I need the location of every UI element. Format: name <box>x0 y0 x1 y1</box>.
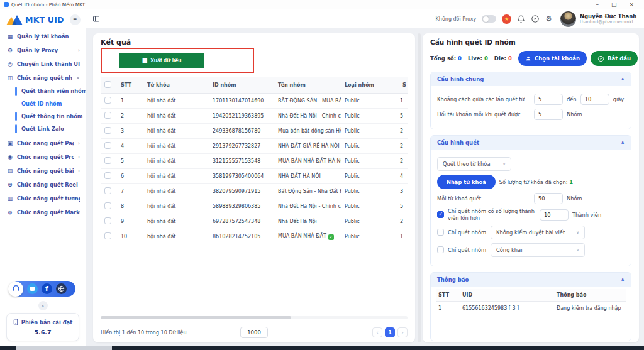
sidebar-item-chuc-nang-quet-profile[interactable]: ◉Chức năng quét Profile› <box>0 150 86 164</box>
cell-keyword: hội nhà đất <box>143 199 209 214</box>
vertical-scrollbar[interactable] <box>418 33 421 342</box>
cell-group-id: 1942052119363895 <box>209 109 274 124</box>
minimize-button[interactable]: – <box>596 2 599 8</box>
panel-collapse-chip[interactable]: ∧ <box>38 301 48 310</box>
select-all-checkbox[interactable] <box>104 81 111 88</box>
sidebar-item-label: Quản lý Proxy <box>17 47 74 53</box>
close-button[interactable]: × <box>629 2 634 8</box>
section-scan-config: Cấu hình quét ∧ Quét theo từ khóa∨ Nhập … <box>430 135 631 266</box>
page-1-button[interactable]: 1 <box>385 327 395 337</box>
sidebar-item-chuc-nang-quet-reel[interactable]: ⊛Chức năng quét Reel <box>0 178 86 192</box>
pagination: ‹ 1 › <box>372 327 408 337</box>
cell-group-type: Public <box>341 124 399 139</box>
row-checkbox[interactable] <box>104 157 111 164</box>
cell-keyword: hội nhà đất <box>143 229 209 244</box>
start-button[interactable]: Bắt đầu <box>591 51 638 66</box>
cell-group-type: Public <box>341 214 399 229</box>
row-checkbox[interactable] <box>104 202 111 209</box>
cell-group-name: Bất Động Sản - Nhà Đất H... <box>274 184 341 199</box>
sidebar-subitem-quet-id-nhom[interactable]: Quét ID nhóm <box>0 97 86 110</box>
col-members-clipped: S <box>399 77 408 94</box>
col-group-name: Tên nhóm <box>274 77 341 94</box>
member-filter-checkbox[interactable] <box>437 211 444 218</box>
sidebar-item-chuyen-link-thanh-uid[interactable]: ◎Chuyển Link thành UID <box>0 57 86 71</box>
sidebar-item-quan-ly-proxy[interactable]: ⚙Quản lý Proxy› <box>0 43 86 57</box>
row-checkbox[interactable] <box>104 142 111 149</box>
chevron-down-icon: ∨ <box>502 161 506 167</box>
row-checkbox[interactable] <box>104 172 111 179</box>
col-group-type: Loại nhóm <box>341 77 399 94</box>
topbar: Không đổi Proxy ★ ⚙ <box>86 9 644 28</box>
sidebar-subitem-quet-thanh-vien-nhom[interactable]: Quét thành viên nhóm <box>0 85 86 97</box>
interval-to-input[interactable] <box>580 94 609 105</box>
tutorial-play-icon[interactable] <box>531 14 540 23</box>
vietnam-flag-badge[interactable]: ★ <box>502 14 511 24</box>
stats-row: Tổng số: 0 Live: 0 Die: 0 Chọn tài khoản <box>430 51 631 66</box>
sidebar-subitem-quet-link-zalo[interactable]: Quét Link Zalo <box>0 123 86 135</box>
scan-mode-select[interactable]: Quét theo từ khóa∨ <box>437 157 511 171</box>
maximize-button[interactable]: □ <box>611 2 617 8</box>
member-filter-input[interactable] <box>540 209 569 221</box>
choose-account-button[interactable]: Chọn tài khoản <box>518 51 587 66</box>
website-globe-icon[interactable] <box>56 283 67 294</box>
cell-members-clipped: 1 <box>399 94 408 109</box>
table-row: 3hội nhà đất249336878156780Mua bán bất đ… <box>101 124 408 139</box>
facebook-icon[interactable]: f <box>42 283 52 294</box>
switch-account-unit: Nhóm <box>567 111 582 118</box>
proxy-toggle-label: Không đổi Proxy <box>436 16 477 22</box>
support-headset-icon[interactable] <box>8 282 23 297</box>
page-size-input[interactable] <box>240 327 268 338</box>
topbar-right: Không đổi Proxy ★ ⚙ <box>436 11 638 27</box>
menu-collapse-button[interactable]: ≡ <box>70 14 80 25</box>
content: Kết quả ▦ Xuất dữ liệu <box>86 28 644 346</box>
privacy-filter-checkbox[interactable] <box>437 246 444 253</box>
interval-from-input[interactable] <box>534 94 563 105</box>
moderation-filter-checkbox[interactable] <box>437 229 444 236</box>
row-checkbox[interactable] <box>104 112 111 119</box>
row-checkbox[interactable] <box>104 97 111 104</box>
cell-stt: 3 <box>117 124 143 139</box>
row-checkbox[interactable] <box>104 187 111 194</box>
chevron-down-icon: ∨ <box>576 230 579 235</box>
enter-keywords-button[interactable]: Nhập từ khoá <box>437 175 496 189</box>
moderation-filter-label: Chỉ quét nhóm <box>448 229 487 236</box>
user-menu[interactable]: Nguyễn Đức Thanh thanhnd@phanmemmkt... <box>558 11 638 27</box>
sidebar-subitem-quet-thong-tin-nhom[interactable]: Quét thông tin nhóm <box>0 110 86 123</box>
notif-stt: 1 <box>436 301 460 315</box>
results-card: Kết quả ▦ Xuất dữ liệu <box>93 33 415 342</box>
sidebar-item-quan-ly-tai-khoan[interactable]: ▦Quản lý tài khoản <box>0 30 86 43</box>
export-data-button[interactable]: ▦ Xuất dữ liệu <box>119 53 204 68</box>
sidebar-item-chuc-nang-quet-tuong-tac[interactable]: ▥Chức năng quét tương tác <box>0 192 86 205</box>
settings-gear-icon[interactable]: ⚙ <box>545 15 552 23</box>
sidebar-item-chuc-nang-quet-marketplace[interactable]: ⊚Chức năng quét Marketplace <box>0 205 86 219</box>
horizontal-scrollbar-thumb[interactable] <box>101 316 291 319</box>
per-keyword-input[interactable] <box>534 193 563 204</box>
sidebar-item-chuc-nang-quet-page[interactable]: ▣Chức năng quét Page› <box>0 136 86 150</box>
notifications-bell-icon[interactable] <box>517 15 525 23</box>
cell-group-type: Public <box>341 139 399 154</box>
cell-group-id: 3581997305400064 <box>209 169 274 184</box>
proxy-toggle[interactable] <box>482 15 496 23</box>
chevron-icon: ∨ <box>76 75 80 80</box>
section-scan-header[interactable]: Cấu hình quét ∧ <box>431 136 631 150</box>
section-notifications-header[interactable]: Thông báo ∧ <box>431 273 631 287</box>
section-general-header[interactable]: Cấu hình chung ∧ <box>431 72 631 86</box>
sidebar-toggle-icon[interactable] <box>92 15 100 23</box>
sidebar-item-chuc-nang-quet-nhom[interactable]: ◫Chức năng quét nhóm∨ <box>0 71 86 85</box>
zalo-icon[interactable] <box>27 283 38 294</box>
cell-members-clipped: 2 <box>399 154 408 169</box>
next-page-button[interactable]: › <box>397 327 408 337</box>
privacy-filter-select[interactable]: Công khai∨ <box>491 243 585 257</box>
switch-account-input[interactable] <box>534 109 563 120</box>
row-checkbox[interactable] <box>104 127 111 134</box>
cell-group-name: MUA BÁN NHÀ ĐẤT HÀ NỘI <box>274 154 341 169</box>
prev-page-button[interactable]: ‹ <box>372 327 382 337</box>
sidebar: MKT UID ≡ ▦Quản lý tài khoản⚙Quản lý Pro… <box>0 9 86 346</box>
row-checkbox[interactable] <box>104 217 111 224</box>
row-checkbox[interactable] <box>104 232 111 239</box>
mkt-logo-icon <box>6 15 23 25</box>
sidebar-item-chuc-nang-quet-bai-viet[interactable]: ▤Chức năng quét bài viết› <box>0 164 86 178</box>
moderation-filter-select[interactable]: Không kiểm duyệt bài viết∨ <box>491 226 585 239</box>
cell-group-type: Public <box>341 184 399 199</box>
proxy-gear-icon: ⚙ <box>7 47 13 53</box>
